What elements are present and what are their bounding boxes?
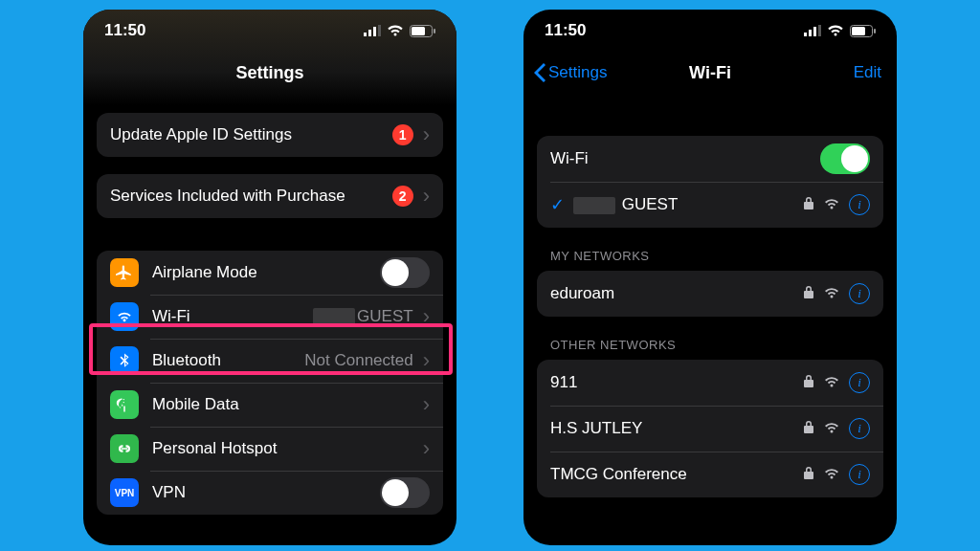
group-wifi-toggle: Wi-Fi ✓ GUEST i — [537, 136, 883, 228]
svg-rect-10 — [818, 25, 821, 36]
svg-rect-5 — [412, 27, 425, 35]
battery-icon — [410, 25, 435, 37]
status-indicators — [364, 25, 435, 37]
section-my-networks: MY NETWORKS — [550, 249, 883, 263]
lock-icon — [803, 374, 814, 391]
row-label: Wi-Fi — [152, 307, 190, 326]
antenna-icon — [110, 390, 139, 419]
row-label: Wi-Fi — [550, 149, 820, 168]
wifi-strength-icon — [824, 420, 839, 437]
hotspot-icon — [110, 434, 139, 463]
vpn-icon: VPN — [110, 478, 139, 507]
status-bar: 11:50 — [523, 10, 897, 52]
badge: 1 — [392, 124, 413, 145]
row-value: Not Connected — [304, 351, 412, 370]
lock-icon — [803, 420, 814, 437]
row-wifi[interactable]: Wi-Fi GUEST › — [97, 295, 443, 339]
chevron-right-icon: › — [423, 394, 430, 415]
status-time: 11:50 — [104, 21, 145, 40]
wifi-content: Wi-Fi ✓ GUEST i MY NETWORKS eduroam — [523, 136, 897, 497]
network-name-text: GUEST — [622, 195, 679, 213]
chevron-right-icon: › — [423, 438, 430, 459]
status-time: 11:50 — [545, 21, 586, 40]
row-label: Services Included with Purchase — [110, 187, 345, 206]
info-icon[interactable]: i — [849, 418, 870, 439]
battery-icon — [850, 25, 876, 37]
airplane-icon — [110, 258, 139, 287]
row-mobile-data[interactable]: Mobile Data › — [97, 383, 443, 427]
row-personal-hotspot[interactable]: Personal Hotspot › — [97, 427, 443, 471]
info-icon[interactable]: i — [849, 372, 870, 393]
row-label: Mobile Data — [152, 395, 239, 414]
wifi-screen: 11:50 Settings Wi-Fi Edit Wi-Fi ✓ — [523, 10, 897, 545]
wifi-strength-icon — [824, 196, 839, 213]
svg-rect-8 — [809, 30, 812, 36]
chevron-right-icon: › — [423, 350, 430, 371]
bluetooth-icon — [110, 346, 139, 375]
vpn-toggle[interactable] — [380, 477, 430, 508]
svg-rect-2 — [373, 27, 376, 36]
network-name: 911 — [550, 373, 803, 392]
status-indicators — [804, 25, 876, 37]
svg-rect-12 — [852, 27, 865, 35]
edit-label: Edit — [854, 63, 881, 82]
row-vpn[interactable]: VPN VPN — [97, 471, 443, 515]
svg-rect-6 — [434, 29, 435, 33]
row-services[interactable]: Services Included with Purchase 2 › — [97, 174, 443, 218]
settings-content: Update Apple ID Settings 1 › Services In… — [83, 113, 457, 515]
row-bluetooth[interactable]: Bluetooth Not Connected › — [97, 339, 443, 383]
settings-screen: 11:50 Settings Update Apple ID Settings … — [83, 10, 457, 545]
wifi-toggle[interactable] — [820, 143, 870, 174]
network-name: H.S JUTLEY — [550, 419, 803, 438]
page-title: Wi-Fi — [689, 63, 731, 83]
info-icon[interactable]: i — [849, 464, 870, 485]
wifi-strength-icon — [824, 374, 839, 391]
chevron-right-icon: › — [423, 306, 430, 327]
info-icon[interactable]: i — [849, 194, 870, 215]
row-connected-network[interactable]: ✓ GUEST i — [537, 182, 883, 228]
network-name: GUEST — [573, 195, 803, 214]
row-label: Personal Hotspot — [152, 439, 277, 458]
cellular-icon — [804, 25, 821, 36]
wifi-icon — [110, 302, 139, 331]
svg-rect-7 — [804, 33, 807, 36]
svg-rect-9 — [813, 27, 816, 36]
badge: 2 — [392, 186, 413, 207]
checkmark-icon: ✓ — [550, 194, 573, 215]
row-network-911[interactable]: 911 i — [537, 360, 883, 406]
network-name: eduroam — [550, 284, 803, 303]
wifi-icon — [827, 25, 844, 36]
airplane-toggle[interactable] — [380, 257, 430, 288]
row-wifi-toggle[interactable]: Wi-Fi — [537, 136, 883, 182]
redacted-prefix — [313, 308, 355, 325]
lock-icon — [803, 196, 814, 213]
info-icon[interactable]: i — [849, 283, 870, 304]
svg-rect-13 — [874, 29, 876, 33]
chevron-right-icon: › — [423, 186, 430, 207]
lock-icon — [803, 285, 814, 302]
group-connectivity: Airplane Mode Wi-Fi GUEST › Bluetooth — [97, 251, 443, 515]
svg-rect-0 — [364, 33, 367, 36]
row-value: GUEST — [357, 307, 413, 326]
row-label: Bluetooth — [152, 351, 221, 370]
row-network-tmcg[interactable]: TMCG Conference i — [537, 452, 883, 497]
row-label: Airplane Mode — [152, 263, 257, 282]
row-airplane-mode[interactable]: Airplane Mode — [97, 251, 443, 295]
chevron-right-icon: › — [423, 124, 430, 145]
row-network-hs-jutley[interactable]: H.S JUTLEY i — [537, 406, 883, 452]
status-bar: 11:50 — [83, 10, 457, 52]
back-label: Settings — [548, 63, 607, 82]
back-button[interactable]: Settings — [533, 52, 607, 94]
group-my-networks: eduroam i — [537, 271, 883, 317]
redacted-prefix — [573, 197, 615, 214]
page-title: Settings — [235, 63, 303, 83]
wifi-strength-icon — [824, 285, 839, 302]
svg-rect-3 — [378, 25, 381, 36]
row-update-apple-id[interactable]: Update Apple ID Settings 1 › — [97, 113, 443, 157]
lock-icon — [803, 466, 814, 483]
svg-rect-1 — [368, 30, 371, 36]
cellular-icon — [364, 25, 381, 36]
row-label: VPN — [152, 483, 186, 502]
row-network-eduroam[interactable]: eduroam i — [537, 271, 883, 317]
edit-button[interactable]: Edit — [854, 52, 881, 94]
